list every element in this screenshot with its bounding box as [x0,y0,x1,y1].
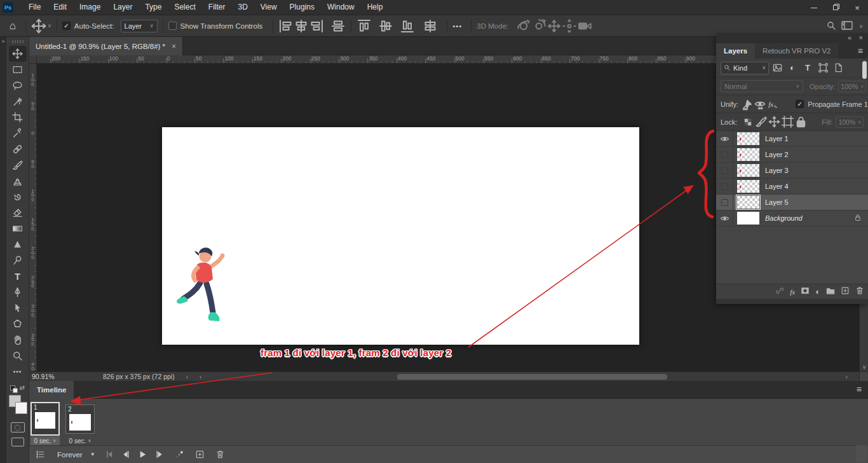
filter-adjustment-layers-icon[interactable]: ◐ [785,62,799,74]
filter-pixel-layers-icon[interactable] [770,62,784,74]
align-horizontal-centers-icon[interactable] [294,18,309,34]
layer-name[interactable]: Background [765,214,803,222]
blend-mode-dropdown[interactable]: Normal∨ [721,80,803,92]
horizontal-scrollbar-thumb[interactable] [397,374,667,380]
distribute-vertical-icon[interactable] [423,18,438,34]
tab-layers[interactable]: Layers [716,43,755,59]
magic-wand-tool[interactable] [9,93,27,109]
tween-icon[interactable] [172,448,188,462]
close-icon[interactable]: × [846,0,868,15]
menu-plugins[interactable]: Plugins [283,0,321,15]
unify-position-icon[interactable] [741,99,754,110]
menu-help[interactable]: Help [361,0,390,15]
layer-name[interactable]: Layer 4 [765,183,789,190]
zoom-level-value[interactable]: 90.91% [32,373,65,380]
fill-value[interactable]: 100%∨ [836,116,864,128]
move-tool[interactable] [9,46,27,62]
pen-tool[interactable] [9,284,27,300]
show-transform-checkbox[interactable]: ✓ [168,22,177,30]
play-icon[interactable] [135,448,151,462]
orbit-3d-icon[interactable] [516,18,531,34]
menu-layer[interactable]: Layer [107,0,139,15]
menu-filter[interactable]: Filter [202,0,232,15]
first-frame-icon[interactable] [102,448,118,462]
path-selection-tool[interactable] [9,300,27,316]
layer-row-layer-2[interactable]: Layer 2 [716,147,868,163]
menu-image[interactable]: Image [73,0,107,15]
animation-frame-1[interactable]: 1 0 sec.∨ [31,402,60,436]
clone-stamp-tool[interactable] [9,173,27,189]
layer-mask-icon[interactable] [801,286,810,297]
auto-select-checkbox[interactable]: ✓ [62,22,71,30]
link-layers-icon[interactable] [775,286,784,297]
layer-row-background[interactable]: Background [716,211,868,226]
dodge-tool[interactable] [9,252,27,268]
layer-name[interactable]: Layer 2 [765,151,789,158]
background-color-swatch[interactable] [15,402,27,414]
align-bottom-edges-icon[interactable] [400,18,415,34]
layer-thumbnail[interactable] [737,148,759,161]
opacity-value[interactable]: 100%∨ [838,81,866,92]
status-next-icon[interactable]: › [186,373,188,380]
animation-frame-2[interactable]: 2 0 sec.∨ [65,404,95,434]
align-vertical-centers-icon[interactable] [378,18,393,34]
filter-smart-objects-icon[interactable] [831,62,845,74]
timeline-resize-grip[interactable] [856,445,867,462]
scroll-right-icon[interactable]: › [846,373,848,380]
menu-file[interactable]: File [22,0,47,15]
filter-shape-layers-icon[interactable] [816,62,830,74]
align-right-edges-icon[interactable] [309,18,324,34]
default-colors-icon[interactable]: ⇄ [10,384,25,392]
workspace-icon[interactable] [841,21,853,32]
menu-view[interactable]: View [254,0,283,15]
new-group-icon[interactable] [826,286,835,297]
kind-filter-dropdown[interactable]: Kind ∨ [721,62,769,74]
search-icon[interactable] [826,20,836,32]
eyedropper-tool[interactable] [9,125,27,141]
pan-3d-icon[interactable] [546,18,562,34]
unify-visibility-icon[interactable] [754,99,766,110]
ruler-vertical[interactable]: 10050050100150200250300350400 [29,64,37,371]
align-left-edges-icon[interactable] [278,18,294,34]
panel-menu-icon[interactable]: ≡ [858,46,863,56]
new-layer-icon[interactable] [841,286,850,297]
history-brush-tool[interactable] [9,189,27,205]
visibility-toggle[interactable] [716,179,733,195]
lasso-tool[interactable] [9,78,27,93]
layer-name[interactable]: Layer 5 [765,198,789,206]
slide-3d-icon[interactable] [562,18,577,34]
ruler-horizontal[interactable]: 2001501005005010015020025030035040045050… [29,55,716,64]
screen-mode-icon[interactable] [11,438,24,446]
layer-thumbnail[interactable] [737,196,759,209]
collapse-panel-icon[interactable]: « [848,34,851,41]
auto-select-target-dropdown[interactable]: Layer∨ [121,20,158,32]
frame-duration-dropdown[interactable]: 0 sec.∨ [31,436,60,445]
status-prev-icon[interactable]: ‹ [200,373,201,380]
gradient-tool[interactable] [9,221,27,237]
layer-row-layer-1[interactable]: Layer 1 [716,131,868,147]
document-close-icon[interactable]: × [172,42,176,51]
zoom-tool[interactable] [9,348,27,364]
hand-tool[interactable] [9,332,27,348]
frame-duration-dropdown[interactable]: 0 sec.∨ [65,436,95,445]
layer-name[interactable]: Layer 3 [765,167,789,174]
eraser-tool[interactable] [9,205,27,221]
menu-window[interactable]: Window [321,0,361,15]
layer-name[interactable]: Layer 1 [765,135,789,142]
propagate-frame-checkbox[interactable]: ✓ [796,100,804,108]
lock-pixels-icon[interactable] [754,116,768,128]
convert-to-video-timeline-icon[interactable] [32,448,48,462]
loop-count-dropdown[interactable]: Forever ▼ [57,451,95,459]
move-tool-icon[interactable] [31,18,46,34]
rectangular-marquee-tool[interactable] [9,62,27,78]
panel-scrollbar-thumb[interactable] [862,61,867,79]
align-top-edges-icon[interactable] [356,18,372,34]
timeline-tab[interactable]: Timeline [29,381,74,399]
menu-3d[interactable]: 3D [231,0,254,15]
visibility-toggle[interactable] [716,195,733,211]
lock-all-icon[interactable] [794,116,808,128]
document-tab[interactable]: Untitled-1 @ 90.9% (Layer 5, RGB/8#) * × [29,37,183,55]
workspace-chevron-icon[interactable]: ∨ [859,24,863,29]
brush-tool[interactable] [9,157,27,173]
layer-row-layer-3[interactable]: Layer 3 [716,163,868,179]
